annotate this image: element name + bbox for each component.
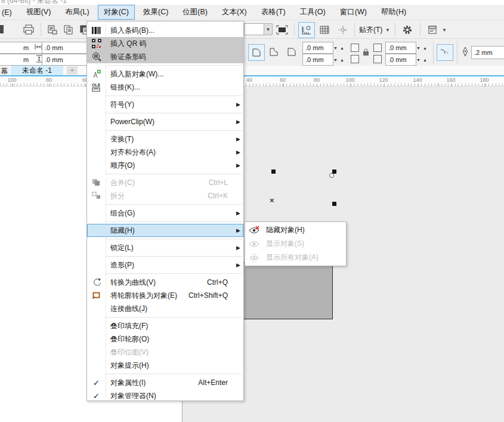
show-guidelines-button[interactable] (335, 22, 351, 37)
toolbar-separator (420, 23, 420, 36)
menu-item-transformations[interactable]: 变换(T)▶ (87, 133, 243, 146)
menu-item-symbol[interactable]: 符号(Y)▶ (87, 98, 243, 111)
toolbar-separator (41, 23, 41, 36)
new-document-tab-button[interactable]: + (67, 66, 78, 75)
show-grid-button[interactable] (317, 22, 332, 37)
print-button[interactable] (21, 23, 36, 36)
object-size-width-field[interactable]: .0 mm (42, 42, 87, 54)
menu-item-label: 叠印轮廓(O) (110, 334, 149, 344)
selection-handle-middle-right[interactable] (332, 202, 336, 206)
spin-up-icon[interactable]: ▲ (338, 54, 346, 66)
menu-item-label: 锁定(L) (110, 243, 134, 253)
menu-item-convert-to-curves[interactable]: 转换为曲线(V)Ctrl+Q (87, 276, 243, 289)
menu-item-combine[interactable]: 合并(C)Ctrl+L (87, 176, 243, 189)
fullscreen-preview-button[interactable] (275, 24, 289, 35)
corner-radius-bl-field[interactable]: .0 mm (302, 54, 333, 66)
hide-submenu: 隐藏对象(H)显示对象(S)显示所有对象(A) (245, 221, 347, 266)
snap-caret-icon[interactable]: ▼ (385, 27, 390, 33)
menu-item-hide[interactable]: 隐藏(H)▶ (87, 224, 243, 237)
snap-to-dropdown[interactable]: 贴齐(T) (359, 25, 382, 35)
show-rulers-button[interactable] (298, 22, 315, 38)
hide-object-icon (245, 226, 263, 235)
import-button[interactable] (45, 23, 60, 36)
menu-item-order[interactable]: 顺序(O)▶ (87, 159, 243, 172)
menu-item-label: 连接曲线(J) (110, 304, 147, 314)
submenu-item-hide-objects[interactable]: 隐藏对象(H) (245, 223, 346, 237)
menu-item-validate-barcode[interactable]: 验证条形码 (87, 50, 243, 63)
spin-up-icon[interactable]: ▲ (421, 54, 429, 66)
menubar-item-layout[interactable]: 布局(L) (59, 5, 95, 20)
menu-item-object-manager[interactable]: ✓对象管理器(N) (87, 389, 243, 402)
corner-radius-tr-field[interactable]: .0 mm (385, 42, 416, 54)
menu-item-links[interactable]: OLE链接(K)... (87, 81, 243, 94)
copy-button[interactable] (61, 23, 76, 36)
scalloped-corner-button[interactable] (266, 44, 282, 60)
ruler-tick-label: 180 (480, 77, 488, 83)
options-button[interactable] (400, 23, 415, 36)
corner-radius-br-field[interactable]: .0 mm (385, 54, 416, 66)
menubar-item-tools[interactable]: 工具(O) (294, 5, 332, 20)
corner-radius-tl-field[interactable]: .0 mm (302, 42, 333, 54)
menubar-item-bitmaps[interactable]: 位图(B) (177, 5, 214, 20)
document-settings-caret-icon[interactable]: ▼ (442, 27, 447, 33)
object-size-height-field[interactable]: .0 mm (42, 54, 87, 66)
menu-item-insert-new-object[interactable]: 插入新对象(W)... (87, 67, 243, 81)
menu-item-overprint-bitmap[interactable]: 叠印位图(V) (87, 346, 243, 359)
lock-corners-icon[interactable] (363, 48, 369, 56)
menu-item-group[interactable]: 组合(G)▶ (87, 207, 243, 220)
horizontal-ruler[interactable]: 1008060406080100120140160180 (0, 76, 504, 87)
tab-untitled-document[interactable]: 未命名 -1 (11, 66, 63, 75)
toolbar-separator (294, 23, 295, 36)
menu-separator (87, 202, 243, 207)
document-settings-icon (428, 25, 437, 35)
menu-item-label: 验证条形码 (110, 52, 146, 62)
menu-item-break-apart[interactable]: 拆分Ctrl+K (87, 189, 243, 202)
menu-item-shortcut: Ctrl+K (208, 192, 234, 200)
corner-tl-toggle-icon[interactable] (351, 44, 359, 52)
menu-item-overprint-fill[interactable]: 叠印填充(F) (87, 319, 243, 332)
selection-handle-top-center[interactable] (271, 170, 276, 174)
submenu-item-show-all-objects[interactable]: 显示所有对象(A) (245, 251, 346, 264)
outline-width-combo[interactable]: .2 mm (471, 46, 504, 59)
printer-icon (23, 24, 35, 35)
menu-item-overprint-outline[interactable]: 叠印轮廓(O) (87, 332, 243, 346)
document-settings-button[interactable] (425, 23, 440, 36)
corner-tr-toggle-icon[interactable] (373, 44, 382, 52)
submenu-item-show-objects[interactable]: 显示对象(S) (245, 237, 346, 251)
menu-item-object-properties[interactable]: ✓对象属性(I)Alt+Enter (87, 376, 243, 389)
spin-up-icon[interactable]: ▲ (338, 42, 346, 54)
ruler-tick-label: 100 (345, 77, 354, 83)
menubar-item-object[interactable]: 对象(C) (98, 5, 135, 20)
corner-node[interactable] (329, 173, 334, 178)
round-corner-button[interactable] (248, 44, 265, 61)
clipped-toolbar-icon[interactable] (0, 24, 5, 35)
menubar-item-effects[interactable]: 效果(C) (137, 5, 174, 20)
menu-item-lock[interactable]: 锁定(L)▶ (87, 241, 243, 254)
spin-up-icon[interactable]: ▲ (421, 42, 429, 54)
menu-item-insert-qr-code[interactable]: 插入 QR 码 (87, 37, 243, 50)
menu-item-convert-outline-to-object[interactable]: 将轮廓转换为对象(E)Ctrl+Shift+Q (87, 289, 243, 302)
grid-icon (320, 26, 329, 34)
tab-welcome-screen-clipped[interactable]: 幕 (0, 66, 10, 75)
menu-item-join-curves[interactable]: 连接曲线(J) (87, 302, 243, 315)
menu-item-object-hinting[interactable]: 对象提示(H) (87, 359, 243, 372)
menubar-item-table[interactable]: 表格(T) (255, 5, 292, 20)
menu-item-align-distribute[interactable]: 对齐和分布(A)▶ (87, 146, 243, 159)
menu-item-powerclip[interactable]: PowerClip(W)▶ (87, 115, 243, 128)
menu-item-insert-barcode[interactable]: 插入条码(B)... (87, 24, 243, 37)
fillet-scallop-chamfer-button[interactable] (437, 44, 453, 61)
menubar-item-edit-clipped[interactable]: (E) (0, 6, 18, 19)
zoom-combo-caret[interactable]: ▼ (264, 23, 273, 35)
menubar-item-help[interactable]: 帮助(H) (375, 5, 412, 20)
ole-link-icon: OLE (87, 82, 106, 92)
corner-bl-toggle-icon[interactable] (351, 55, 359, 63)
object-center-marker: × (270, 196, 274, 205)
menubar-item-view[interactable]: 视图(V) (20, 5, 57, 20)
menu-item-label: 符号(Y) (110, 100, 134, 110)
menu-separator (87, 237, 243, 241)
menubar-item-window[interactable]: 窗口(W) (334, 5, 373, 20)
menubar-item-text[interactable]: 文本(X) (216, 5, 253, 20)
menu-item-shaping[interactable]: 造形(P)▶ (87, 258, 243, 272)
chamfered-corner-button[interactable] (284, 44, 299, 60)
corner-br-toggle-icon[interactable] (373, 55, 382, 63)
